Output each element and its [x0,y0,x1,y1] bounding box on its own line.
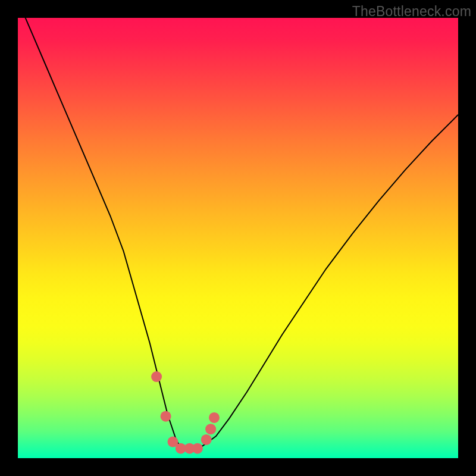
dot-markers [151,371,220,454]
watermark-text: TheBottleneck.com [352,4,471,20]
curve-svg [18,18,458,458]
gradient-plot-area [18,18,458,458]
dot-marker [205,424,216,434]
bottleneck-curve [18,18,458,449]
dot-marker [192,443,203,454]
dot-marker [151,371,162,382]
dot-marker [201,434,212,445]
dot-marker [161,411,171,422]
chart-frame: TheBottleneck.com [0,0,476,476]
dot-marker [209,412,220,423]
